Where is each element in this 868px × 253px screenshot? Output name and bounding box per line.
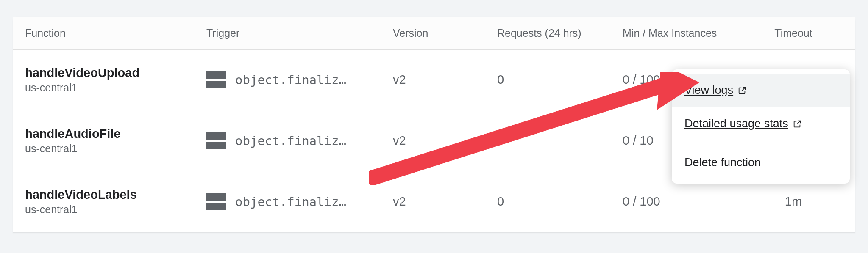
menu-item-detailed-stats[interactable]: Detailed usage stats bbox=[672, 107, 850, 140]
function-region: us-central1 bbox=[25, 143, 206, 155]
col-header-version[interactable]: Version bbox=[393, 27, 497, 39]
svg-rect-2 bbox=[209, 74, 211, 76]
cell-timeout: 1m bbox=[744, 195, 843, 209]
svg-rect-10 bbox=[209, 196, 211, 198]
menu-separator bbox=[672, 143, 850, 143]
menu-item-view-logs[interactable]: View logs bbox=[672, 74, 850, 107]
function-name: handleVideoLabels bbox=[25, 187, 206, 202]
cell-requests: 0 bbox=[497, 134, 623, 148]
storage-icon bbox=[206, 72, 226, 88]
external-link-icon bbox=[793, 119, 802, 129]
trigger-text: object.finaliz… bbox=[235, 195, 346, 209]
function-region: us-central1 bbox=[25, 204, 206, 216]
cell-version: v2 bbox=[393, 73, 497, 87]
function-name: handleVideoUpload bbox=[25, 66, 206, 80]
menu-label: Detailed usage stats bbox=[684, 117, 788, 130]
col-header-function[interactable]: Function bbox=[25, 27, 206, 39]
col-header-trigger[interactable]: Trigger bbox=[206, 27, 393, 39]
function-name: handleAudioFile bbox=[25, 126, 206, 141]
cell-instances: 0 / 100 bbox=[623, 195, 744, 209]
svg-rect-3 bbox=[209, 84, 211, 86]
col-header-requests[interactable]: Requests (24 hrs) bbox=[497, 27, 623, 39]
table-header-row: Function Trigger Version Requests (24 hr… bbox=[13, 17, 855, 50]
external-link-icon bbox=[737, 86, 747, 95]
cell-requests: 0 bbox=[497, 73, 623, 87]
storage-icon bbox=[206, 193, 226, 210]
cell-version: v2 bbox=[393, 134, 497, 148]
trigger-text: object.finaliz… bbox=[235, 73, 346, 87]
storage-icon bbox=[206, 132, 226, 149]
svg-rect-7 bbox=[209, 145, 211, 147]
cell-requests: 0 bbox=[497, 195, 623, 209]
col-header-timeout[interactable]: Timeout bbox=[744, 27, 843, 39]
menu-item-delete-function[interactable]: Delete function bbox=[672, 146, 850, 179]
trigger-text: object.finaliz… bbox=[235, 134, 346, 148]
function-region: us-central1 bbox=[25, 82, 206, 94]
svg-rect-11 bbox=[209, 206, 211, 208]
svg-rect-6 bbox=[209, 135, 211, 137]
col-header-instances[interactable]: Min / Max Instances bbox=[623, 27, 744, 39]
menu-label: Delete function bbox=[684, 156, 761, 169]
cell-version: v2 bbox=[393, 195, 497, 209]
context-menu: View logs Detailed usage stats Delete fu… bbox=[672, 69, 850, 184]
menu-label: View logs bbox=[684, 84, 733, 97]
